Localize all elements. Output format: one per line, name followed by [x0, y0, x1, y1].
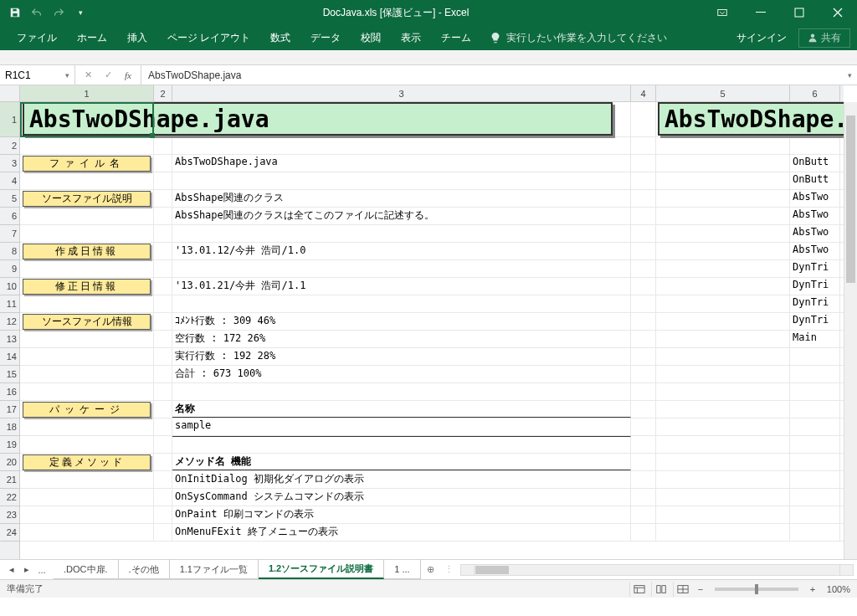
view-normal-icon[interactable] — [629, 582, 649, 597]
row-header[interactable]: 7 — [0, 225, 19, 243]
cell[interactable]: AbsTwo — [790, 208, 840, 224]
confirm-formula-icon[interactable]: ✓ — [99, 67, 117, 84]
cancel-formula-icon[interactable]: ✕ — [79, 67, 97, 84]
tab-view[interactable]: 表示 — [391, 25, 431, 50]
view-page-break-icon[interactable] — [673, 582, 693, 597]
row-header[interactable]: 24 — [0, 524, 19, 542]
zoom-in-icon[interactable]: + — [807, 584, 819, 594]
sheet-nav-more[interactable]: ... — [35, 563, 49, 577]
section-package[interactable]: パッケージ — [23, 402, 151, 418]
cell[interactable]: AbsShape関連のクラスは全てこのファイルに記述する。 — [172, 208, 631, 224]
vertical-scrollbar[interactable] — [844, 102, 857, 559]
cell[interactable]: DynTri — [790, 313, 840, 330]
row-header[interactable]: 17 — [0, 401, 19, 418]
close-icon[interactable] — [819, 0, 857, 25]
sheet-tab[interactable]: 1 ... — [384, 560, 420, 579]
tab-home[interactable]: ホーム — [67, 25, 117, 50]
name-box[interactable]: R1C1 ▾ — [0, 65, 75, 85]
zoom-thumb[interactable] — [755, 584, 758, 594]
select-all-corner[interactable] — [0, 85, 20, 102]
redo-icon[interactable] — [50, 4, 67, 21]
name-box-dropdown-icon[interactable]: ▾ — [65, 71, 69, 80]
row-header[interactable]: 14 — [0, 348, 19, 366]
row-header[interactable]: 22 — [0, 489, 19, 506]
row-header[interactable]: 19 — [0, 436, 19, 454]
section-create-date[interactable]: 作成日情報 — [23, 244, 151, 259]
section-filename[interactable]: ファイル名 — [23, 156, 151, 172]
row-header[interactable]: 11 — [0, 295, 19, 313]
col-header-5[interactable]: 5 — [656, 85, 790, 101]
cell[interactable]: OnInitDialog 初期化ダイアログの表示 — [172, 471, 631, 488]
row-header[interactable]: 8 — [0, 243, 19, 260]
signin-link[interactable]: サインイン — [728, 31, 795, 45]
view-page-layout-icon[interactable] — [651, 582, 671, 597]
row-header[interactable]: 6 — [0, 208, 19, 225]
sheet-tab[interactable]: .DOC中扉. — [54, 560, 119, 579]
row-header[interactable]: 9 — [0, 260, 19, 278]
tab-file[interactable]: ファイル — [7, 25, 67, 50]
cell[interactable]: AbsTwo — [790, 243, 840, 259]
tab-review[interactable]: 校閲 — [351, 25, 391, 50]
qat-dropdown-icon[interactable]: ▾ — [72, 4, 89, 21]
cell[interactable]: '13.01.12/今井 浩司/1.0 — [172, 243, 631, 259]
minimize-icon[interactable] — [742, 0, 780, 25]
row-header[interactable]: 16 — [0, 383, 19, 401]
save-icon[interactable] — [7, 4, 23, 21]
cell[interactable]: DynTri — [790, 260, 840, 277]
share-button[interactable]: 共有 — [798, 28, 850, 48]
sheet-tab-active[interactable]: 1.2ソースファイル説明書 — [259, 560, 384, 579]
sheet-tab[interactable]: .その他 — [119, 560, 170, 579]
row-header[interactable]: 21 — [0, 471, 19, 489]
formula-input[interactable]: AbsTwoDShape.java — [141, 69, 842, 81]
undo-icon[interactable] — [28, 4, 45, 21]
tab-insert[interactable]: 挿入 — [117, 25, 157, 50]
title-cell[interactable]: AbsTwoDShape.java — [23, 102, 613, 136]
row-header[interactable]: 23 — [0, 506, 19, 524]
row-header[interactable]: 5 — [0, 190, 19, 208]
cell[interactable]: AbsShape関連のクラス — [172, 190, 631, 207]
scroll-right-icon[interactable] — [839, 565, 853, 575]
section-source-desc[interactable]: ソースファイル説明 — [23, 191, 151, 207]
cell[interactable]: OnButt — [790, 155, 840, 172]
horizontal-scrollbar[interactable] — [460, 564, 854, 576]
cell[interactable]: OnPaint 印刷コマンドの表示 — [172, 506, 631, 523]
row-header[interactable]: 2 — [0, 137, 19, 155]
ribbon-options-icon[interactable] — [703, 0, 742, 25]
cell[interactable]: OnSysCommand システムコマンドの表示 — [172, 489, 631, 506]
cell[interactable]: AbsTwoDShape.java — [172, 155, 631, 172]
tab-formula[interactable]: 数式 — [260, 25, 300, 50]
row-header[interactable]: 12 — [0, 313, 19, 331]
cell[interactable]: メソッド名 機能 — [172, 454, 631, 470]
cell[interactable]: 実行行数 : 192 28% — [172, 348, 631, 365]
sheet-nav-prev-icon[interactable]: ◂ — [5, 563, 18, 577]
tab-data[interactable]: データ — [300, 25, 351, 50]
col-header-6[interactable]: 6 — [790, 85, 840, 101]
maximize-icon[interactable] — [780, 0, 819, 25]
row-header[interactable]: 15 — [0, 366, 19, 383]
cell[interactable]: Main — [790, 331, 840, 347]
cell[interactable]: AbsTwo — [790, 225, 840, 242]
col-header-1[interactable]: 1 — [20, 85, 154, 101]
cell[interactable]: OnMenuFExit 終了メニューの表示 — [172, 524, 631, 541]
cell[interactable]: DynTri — [790, 295, 840, 312]
row-header[interactable]: 1 — [0, 102, 19, 137]
row-header[interactable]: 10 — [0, 278, 19, 295]
section-methods[interactable]: 定義メソッド — [23, 454, 151, 470]
col-header-4[interactable]: 4 — [631, 85, 656, 101]
add-sheet-icon[interactable]: ⊕ — [421, 564, 441, 575]
tab-team[interactable]: チーム — [431, 25, 481, 50]
section-modify-date[interactable]: 修正日情報 — [23, 279, 151, 295]
cell[interactable]: OnButt — [790, 172, 840, 189]
zoom-slider[interactable] — [715, 588, 798, 591]
tab-layout[interactable]: ページ レイアウト — [157, 25, 260, 50]
cell[interactable]: 合計 : 673 100% — [172, 366, 631, 382]
row-header[interactable]: 20 — [0, 454, 19, 471]
col-header-2[interactable]: 2 — [154, 85, 172, 101]
row-header[interactable]: 18 — [0, 418, 19, 436]
cell[interactable]: ｺﾒﾝﾄ行数 : 309 46% — [172, 313, 631, 330]
sheet-tab[interactable]: 1.1ファイル一覧 — [170, 560, 259, 579]
formula-expand-icon[interactable]: ▾ — [842, 71, 857, 80]
section-source-info[interactable]: ソースファイル情報 — [23, 314, 151, 330]
scrollbar-thumb[interactable] — [846, 116, 855, 283]
cell[interactable]: DynTri — [790, 278, 840, 295]
